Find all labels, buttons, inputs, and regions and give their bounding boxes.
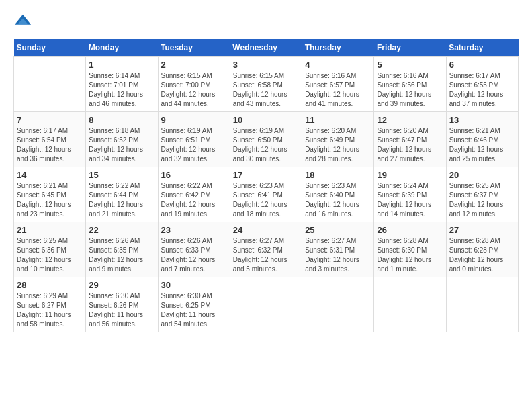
calendar-cell [14, 57, 86, 112]
calendar-cell: 25Sunrise: 6:27 AM Sunset: 6:31 PM Dayli… [302, 222, 374, 277]
calendar-cell: 10Sunrise: 6:19 AM Sunset: 6:50 PM Dayli… [230, 112, 302, 167]
calendar-cell [446, 277, 518, 332]
calendar-cell: 19Sunrise: 6:24 AM Sunset: 6:39 PM Dayli… [374, 167, 446, 222]
day-detail: Sunrise: 6:28 AM Sunset: 6:28 PM Dayligh… [449, 236, 515, 274]
day-detail: Sunrise: 6:16 AM Sunset: 6:57 PM Dayligh… [305, 71, 371, 109]
calendar-cell: 9Sunrise: 6:19 AM Sunset: 6:51 PM Daylig… [158, 112, 230, 167]
calendar-cell: 30Sunrise: 6:30 AM Sunset: 6:25 PM Dayli… [158, 277, 230, 332]
day-detail: Sunrise: 6:28 AM Sunset: 6:30 PM Dayligh… [377, 236, 443, 274]
calendar-cell: 26Sunrise: 6:28 AM Sunset: 6:30 PM Dayli… [374, 222, 446, 277]
day-detail: Sunrise: 6:14 AM Sunset: 7:01 PM Dayligh… [89, 71, 154, 109]
calendar-cell: 21Sunrise: 6:25 AM Sunset: 6:36 PM Dayli… [14, 222, 86, 277]
calendar-week-row: 28Sunrise: 6:29 AM Sunset: 6:27 PM Dayli… [14, 277, 519, 332]
calendar-cell: 6Sunrise: 6:17 AM Sunset: 6:55 PM Daylig… [446, 57, 518, 112]
day-number: 10 [233, 115, 299, 125]
day-number: 9 [161, 115, 227, 125]
day-detail: Sunrise: 6:23 AM Sunset: 6:41 PM Dayligh… [233, 181, 299, 219]
calendar-cell: 1Sunrise: 6:14 AM Sunset: 7:01 PM Daylig… [86, 57, 158, 112]
day-number: 26 [377, 225, 443, 235]
day-header-monday: Monday [86, 39, 158, 57]
calendar-cell: 12Sunrise: 6:20 AM Sunset: 6:47 PM Dayli… [374, 112, 446, 167]
day-number: 16 [161, 170, 227, 180]
day-number: 23 [161, 225, 227, 235]
day-number: 24 [233, 225, 299, 235]
day-number: 19 [377, 170, 443, 180]
day-number: 5 [377, 60, 443, 70]
calendar-cell: 20Sunrise: 6:25 AM Sunset: 6:37 PM Dayli… [446, 167, 518, 222]
day-detail: Sunrise: 6:16 AM Sunset: 6:56 PM Dayligh… [377, 71, 443, 109]
day-number: 17 [233, 170, 299, 180]
day-detail: Sunrise: 6:20 AM Sunset: 6:47 PM Dayligh… [377, 126, 443, 164]
day-number: 27 [449, 225, 515, 235]
day-number: 7 [17, 115, 83, 125]
day-number: 25 [305, 225, 371, 235]
day-number: 3 [233, 60, 299, 70]
calendar-cell: 27Sunrise: 6:28 AM Sunset: 6:28 PM Dayli… [446, 222, 518, 277]
calendar-cell [374, 277, 446, 332]
day-number: 15 [89, 170, 154, 180]
day-detail: Sunrise: 6:17 AM Sunset: 6:54 PM Dayligh… [17, 126, 83, 164]
day-number: 13 [449, 115, 515, 125]
calendar-week-row: 21Sunrise: 6:25 AM Sunset: 6:36 PM Dayli… [14, 222, 519, 277]
calendar-cell [230, 277, 302, 332]
day-detail: Sunrise: 6:22 AM Sunset: 6:42 PM Dayligh… [161, 181, 227, 219]
day-detail: Sunrise: 6:19 AM Sunset: 6:50 PM Dayligh… [233, 126, 299, 164]
day-detail: Sunrise: 6:15 AM Sunset: 7:00 PM Dayligh… [161, 71, 227, 109]
day-detail: Sunrise: 6:29 AM Sunset: 6:27 PM Dayligh… [17, 291, 83, 329]
day-detail: Sunrise: 6:15 AM Sunset: 6:58 PM Dayligh… [233, 71, 299, 109]
day-number: 28 [17, 280, 83, 290]
day-detail: Sunrise: 6:21 AM Sunset: 6:45 PM Dayligh… [17, 181, 83, 219]
calendar-cell: 28Sunrise: 6:29 AM Sunset: 6:27 PM Dayli… [14, 277, 86, 332]
day-detail: Sunrise: 6:27 AM Sunset: 6:31 PM Dayligh… [305, 236, 371, 274]
day-number: 8 [89, 115, 154, 125]
day-number: 12 [377, 115, 443, 125]
calendar-cell: 13Sunrise: 6:21 AM Sunset: 6:46 PM Dayli… [446, 112, 518, 167]
day-number: 30 [161, 280, 227, 290]
day-number: 22 [89, 225, 154, 235]
page-header [13, 13, 519, 32]
day-detail: Sunrise: 6:30 AM Sunset: 6:25 PM Dayligh… [161, 291, 227, 329]
day-header-sunday: Sunday [14, 39, 86, 57]
logo [13, 13, 35, 32]
calendar-cell: 14Sunrise: 6:21 AM Sunset: 6:45 PM Dayli… [14, 167, 86, 222]
day-detail: Sunrise: 6:26 AM Sunset: 6:35 PM Dayligh… [89, 236, 154, 274]
calendar-week-row: 1Sunrise: 6:14 AM Sunset: 7:01 PM Daylig… [14, 57, 519, 112]
calendar-cell: 5Sunrise: 6:16 AM Sunset: 6:56 PM Daylig… [374, 57, 446, 112]
day-detail: Sunrise: 6:18 AM Sunset: 6:52 PM Dayligh… [89, 126, 154, 164]
day-number: 4 [305, 60, 371, 70]
calendar-cell: 16Sunrise: 6:22 AM Sunset: 6:42 PM Dayli… [158, 167, 230, 222]
day-header-tuesday: Tuesday [158, 39, 230, 57]
day-detail: Sunrise: 6:23 AM Sunset: 6:40 PM Dayligh… [305, 181, 371, 219]
day-number: 1 [89, 60, 154, 70]
calendar-cell: 11Sunrise: 6:20 AM Sunset: 6:49 PM Dayli… [302, 112, 374, 167]
day-detail: Sunrise: 6:27 AM Sunset: 6:32 PM Dayligh… [233, 236, 299, 274]
day-header-friday: Friday [374, 39, 446, 57]
calendar-cell: 15Sunrise: 6:22 AM Sunset: 6:44 PM Dayli… [86, 167, 158, 222]
calendar-cell: 3Sunrise: 6:15 AM Sunset: 6:58 PM Daylig… [230, 57, 302, 112]
calendar-cell: 24Sunrise: 6:27 AM Sunset: 6:32 PM Dayli… [230, 222, 302, 277]
day-detail: Sunrise: 6:24 AM Sunset: 6:39 PM Dayligh… [377, 181, 443, 219]
calendar-cell: 18Sunrise: 6:23 AM Sunset: 6:40 PM Dayli… [302, 167, 374, 222]
day-detail: Sunrise: 6:20 AM Sunset: 6:49 PM Dayligh… [305, 126, 371, 164]
day-number: 6 [449, 60, 515, 70]
calendar-cell: 17Sunrise: 6:23 AM Sunset: 6:41 PM Dayli… [230, 167, 302, 222]
day-detail: Sunrise: 6:25 AM Sunset: 6:36 PM Dayligh… [17, 236, 83, 274]
calendar-cell: 7Sunrise: 6:17 AM Sunset: 6:54 PM Daylig… [14, 112, 86, 167]
calendar-table: SundayMondayTuesdayWednesdayThursdayFrid… [13, 39, 519, 332]
calendar-cell: 22Sunrise: 6:26 AM Sunset: 6:35 PM Dayli… [86, 222, 158, 277]
calendar-week-row: 7Sunrise: 6:17 AM Sunset: 6:54 PM Daylig… [14, 112, 519, 167]
logo-icon [13, 13, 32, 32]
day-detail: Sunrise: 6:17 AM Sunset: 6:55 PM Dayligh… [449, 71, 515, 109]
day-header-saturday: Saturday [446, 39, 518, 57]
day-detail: Sunrise: 6:25 AM Sunset: 6:37 PM Dayligh… [449, 181, 515, 219]
calendar-cell: 8Sunrise: 6:18 AM Sunset: 6:52 PM Daylig… [86, 112, 158, 167]
calendar-cell: 23Sunrise: 6:26 AM Sunset: 6:33 PM Dayli… [158, 222, 230, 277]
day-number: 18 [305, 170, 371, 180]
day-detail: Sunrise: 6:21 AM Sunset: 6:46 PM Dayligh… [449, 126, 515, 164]
day-detail: Sunrise: 6:22 AM Sunset: 6:44 PM Dayligh… [89, 181, 154, 219]
calendar-cell [302, 277, 374, 332]
day-detail: Sunrise: 6:26 AM Sunset: 6:33 PM Dayligh… [161, 236, 227, 274]
calendar-cell: 4Sunrise: 6:16 AM Sunset: 6:57 PM Daylig… [302, 57, 374, 112]
day-number: 14 [17, 170, 83, 180]
calendar-header-row: SundayMondayTuesdayWednesdayThursdayFrid… [14, 39, 519, 57]
